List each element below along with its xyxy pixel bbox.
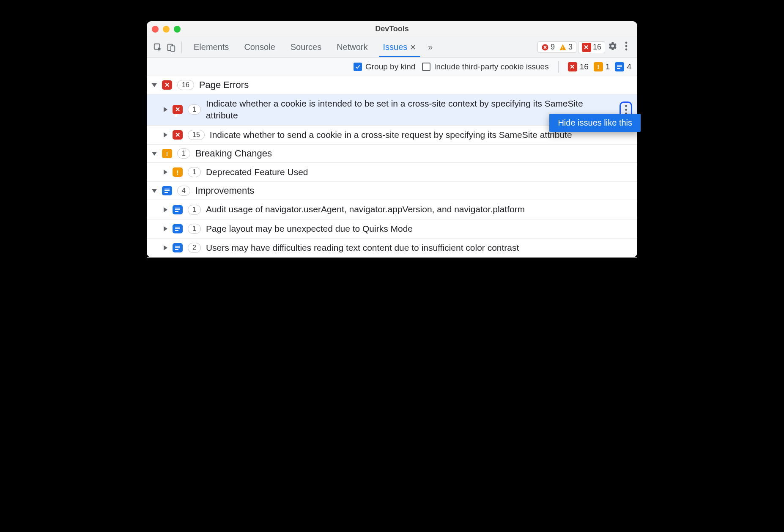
group-improvements[interactable]: 4 Improvements [147, 182, 637, 200]
error-bubble-icon: ✕ [173, 105, 183, 114]
group-by-kind-checkbox[interactable]: Group by kind [354, 62, 415, 71]
window-minimize-button[interactable] [163, 26, 170, 33]
error-bubble-icon: ✕ [173, 130, 183, 140]
count: 16 [580, 62, 589, 71]
disclosure-triangle-down-icon [152, 189, 157, 193]
warning-badge-icon: ! [594, 62, 603, 71]
disclosure-triangle-right-icon [164, 132, 167, 137]
info-bubble-icon [173, 224, 183, 233]
issue-kind-counts: ✕ 16 ! 1 4 [568, 62, 631, 71]
error-count: 9 [551, 43, 555, 52]
checkbox-label: Include third-party cookie issues [434, 62, 548, 71]
issue-count: 1 [188, 104, 201, 115]
group-count: 4 [177, 186, 190, 196]
issue-count: 1 [188, 224, 201, 234]
tab-sources[interactable]: Sources [283, 37, 329, 57]
checkbox-label: Group by kind [365, 62, 415, 71]
context-menu-hide-issues[interactable]: Hide issues like this [549, 114, 641, 132]
window-title: DevTools [147, 25, 637, 33]
info-bubble-icon [173, 205, 183, 214]
settings-button[interactable] [607, 41, 619, 53]
close-tab-button[interactable]: ✕ [410, 43, 416, 52]
count: 4 [627, 62, 631, 71]
issue-row[interactable]: 1 Audit usage of navigator.userAgent, na… [147, 200, 637, 219]
issue-row[interactable]: 2 Users may have difficulties reading te… [147, 239, 637, 258]
issue-count: 15 [188, 130, 205, 140]
more-tabs-button[interactable]: » [424, 37, 437, 57]
traffic-lights [152, 26, 181, 33]
group-breaking-changes[interactable]: ! 1 Breaking Changes [147, 145, 637, 163]
tab-label: Sources [291, 42, 321, 52]
issue-error-count: 16 [593, 43, 601, 52]
tab-label: Network [337, 42, 367, 52]
issue-row[interactable]: ! 1 Deprecated Feature Used [147, 163, 637, 182]
group-page-errors[interactable]: ✕ 16 Page Errors [147, 76, 637, 94]
group-label: Page Errors [199, 80, 249, 90]
count: 1 [606, 62, 610, 71]
device-toolbar-button[interactable] [165, 41, 177, 53]
info-badge-icon [615, 62, 624, 71]
issue-title: Audit usage of navigator.userAgent, navi… [206, 203, 632, 215]
tab-label: Elements [194, 42, 229, 52]
issues-options-bar: Group by kind Include third-party cookie… [147, 58, 637, 76]
group-label: Improvements [195, 185, 254, 196]
group-count: 1 [177, 148, 190, 159]
info-bubble-icon [173, 243, 183, 252]
tab-label: Issues [383, 42, 408, 52]
disclosure-triangle-down-icon [152, 83, 157, 87]
info-count-item[interactable]: 4 [615, 62, 631, 71]
issue-count: 1 [188, 205, 201, 215]
error-badge-icon: ✕ [582, 43, 591, 52]
console-counter[interactable]: 9 3 [537, 41, 576, 53]
warning-icon [559, 44, 567, 51]
svg-point-7 [625, 45, 628, 47]
tab-elements[interactable]: Elements [186, 37, 236, 57]
svg-rect-11 [617, 68, 620, 69]
svg-rect-2 [171, 46, 175, 51]
svg-rect-9 [617, 65, 622, 66]
issue-title: Users may have difficulties reading text… [206, 242, 632, 254]
error-badge-icon: ✕ [568, 62, 577, 71]
disclosure-triangle-right-icon [164, 245, 167, 250]
toolbar-separator [181, 41, 182, 53]
issue-count: 1 [188, 167, 201, 177]
inspect-element-button[interactable] [152, 41, 164, 53]
tab-issues[interactable]: Issues ✕ [376, 37, 424, 57]
devtools-tabs: Elements Console Sources Network Issues … [186, 37, 437, 57]
error-icon [541, 44, 549, 51]
devtools-window: DevTools Elements Console Sources Networ… [147, 21, 637, 258]
issue-count: 2 [188, 243, 201, 253]
third-party-checkbox[interactable]: Include third-party cookie issues [422, 62, 548, 71]
window-close-button[interactable] [152, 26, 159, 33]
warning-bubble-icon: ! [173, 167, 183, 177]
warning-count-item[interactable]: ! 1 [594, 62, 610, 71]
group-label: Breaking Changes [195, 148, 272, 159]
tab-console[interactable]: Console [236, 37, 282, 57]
error-count-item[interactable]: ✕ 16 [568, 62, 589, 71]
menu-item-label: Hide issues like this [558, 118, 632, 127]
svg-point-8 [625, 49, 628, 51]
disclosure-triangle-right-icon [164, 107, 167, 112]
disclosure-triangle-down-icon [152, 152, 157, 156]
titlebar: DevTools [147, 21, 637, 37]
checkbox-icon [422, 63, 430, 71]
disclosure-triangle-right-icon [164, 207, 167, 212]
disclosure-triangle-right-icon [164, 226, 167, 231]
issue-row[interactable]: ✕ 1 Indicate whether a cookie is intende… [147, 94, 637, 126]
gear-icon [608, 41, 617, 53]
svg-point-6 [625, 42, 628, 44]
disclosure-triangle-right-icon [164, 170, 167, 175]
svg-rect-4 [562, 46, 563, 48]
issue-row[interactable]: 1 Page layout may be unexpected due to Q… [147, 219, 637, 239]
issues-counter[interactable]: ✕ 16 [578, 41, 605, 53]
more-options-button[interactable] [620, 41, 632, 53]
tab-network[interactable]: Network [329, 37, 375, 57]
svg-rect-5 [562, 49, 563, 49]
error-bubble-icon: ✕ [162, 80, 172, 90]
issues-list: ✕ 16 Page Errors ✕ 1 Indicate whether a … [147, 76, 637, 258]
tab-label: Console [244, 42, 275, 52]
issue-title: Deprecated Feature Used [206, 166, 632, 178]
warning-count: 3 [568, 43, 573, 52]
window-zoom-button[interactable] [174, 26, 181, 33]
devtools-toolbar: Elements Console Sources Network Issues … [147, 37, 637, 58]
